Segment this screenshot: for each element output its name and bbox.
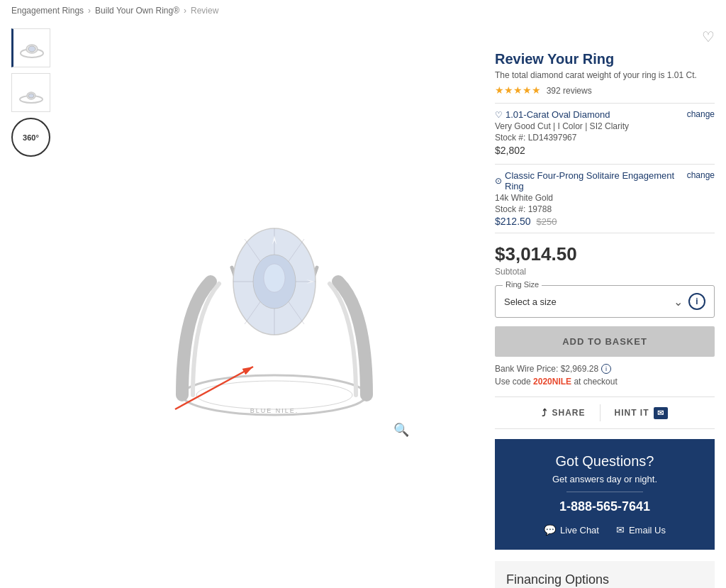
share-row: ⤴ SHARE HINT IT ✉ bbox=[495, 396, 715, 429]
zoom-icon: 🔍 bbox=[393, 423, 409, 437]
thumbnail-column: 360° bbox=[11, 21, 54, 588]
star-rating: ★★★★★ bbox=[495, 84, 541, 96]
live-chat-button[interactable]: 💬 Live Chat bbox=[544, 524, 599, 536]
hint-label: HINT IT bbox=[615, 408, 649, 418]
breadcrumb-build[interactable]: Build Your Own Ring® bbox=[95, 6, 179, 16]
promo-suffix: at checkout bbox=[574, 377, 617, 387]
share-divider bbox=[600, 404, 601, 421]
svg-point-7 bbox=[196, 381, 352, 409]
got-questions-divider bbox=[566, 492, 643, 492]
ring-size-legend: Ring Size bbox=[503, 280, 542, 289]
ring-style-link[interactable]: Classic Four-Prong Solitaire Engagement … bbox=[495, 170, 687, 192]
got-questions-phone[interactable]: 1-888-565-7641 bbox=[509, 499, 700, 514]
ring-size-info-button[interactable]: i bbox=[688, 293, 705, 310]
chat-label: Live Chat bbox=[560, 525, 599, 536]
diamond-change-link[interactable]: change bbox=[687, 109, 715, 119]
breadcrumb-engagement[interactable]: Engagement Rings bbox=[11, 6, 84, 16]
email-icon: ✉ bbox=[616, 524, 625, 536]
review-subtitle: The total diamond carat weight of your r… bbox=[495, 70, 715, 80]
promo-text: Use code 2020NILE at checkout bbox=[495, 377, 715, 387]
ring-size-select[interactable]: Select a size 4 4.5 5 5.5 6 6.5 7 7.5 8 bbox=[504, 296, 668, 307]
wishlist-icon[interactable]: ♡ bbox=[702, 28, 715, 45]
thumb-ring-1[interactable] bbox=[11, 28, 50, 67]
thumb-ring-2[interactable] bbox=[11, 73, 50, 112]
got-questions-actions: 💬 Live Chat ✉ Email Us bbox=[509, 524, 700, 536]
bank-wire-text: Bank Wire Price: $2,969.28 bbox=[495, 364, 598, 374]
promo-label: Use code bbox=[495, 377, 531, 387]
email-us-button[interactable]: ✉ Email Us bbox=[616, 524, 666, 536]
360-label: 360° bbox=[23, 133, 39, 142]
subtotal-amount: $3,014.50 bbox=[495, 243, 715, 265]
ring-sale-price: $212.50 bbox=[495, 216, 531, 227]
bank-wire-section: Bank Wire Price: $2,969.28 i bbox=[495, 364, 715, 374]
breadcrumb-review: Review bbox=[191, 6, 218, 16]
svg-point-5 bbox=[28, 94, 34, 98]
svg-point-2 bbox=[28, 46, 35, 52]
diamond-price: $2,802 bbox=[495, 145, 687, 156]
ring-image-area: BLUE NILE. 🔍 bbox=[68, 21, 481, 588]
right-panel: ♡ Review Your Ring The total diamond car… bbox=[495, 21, 715, 588]
subtotal-section: $3,014.50 Subtotal bbox=[495, 243, 715, 277]
divider-2 bbox=[495, 164, 715, 165]
share-button[interactable]: ⤴ SHARE bbox=[542, 407, 585, 418]
ring-stock: Stock #: 19788 bbox=[495, 204, 687, 214]
diamond-link[interactable]: 1.01-Carat Oval Diamond bbox=[495, 109, 687, 120]
reviews-count: 392 reviews bbox=[547, 86, 592, 96]
hint-button[interactable]: HINT IT ✉ bbox=[615, 407, 668, 419]
promo-code: 2020NILE bbox=[533, 377, 571, 387]
subtotal-label: Subtotal bbox=[495, 267, 715, 277]
ring-original-price: $250 bbox=[537, 216, 557, 227]
financing-title: Financing Options bbox=[506, 572, 703, 587]
svg-point-18 bbox=[264, 264, 285, 292]
ring-change-link[interactable]: change bbox=[687, 170, 715, 180]
diamond-stock: Stock #: LD14397967 bbox=[495, 133, 687, 143]
hint-icon: ✉ bbox=[654, 407, 668, 419]
breadcrumb-sep2: › bbox=[184, 6, 186, 16]
email-label: Email Us bbox=[629, 525, 666, 536]
divider-1 bbox=[495, 103, 715, 104]
breadcrumb: Engagement Rings › Build Your Own Ring® … bbox=[0, 0, 726, 21]
svg-text:BLUE NILE.: BLUE NILE. bbox=[250, 407, 299, 414]
ring-size-chevron: ⌄ bbox=[674, 295, 683, 309]
got-questions-title: Got Questions? bbox=[509, 453, 700, 470]
share-icon: ⤴ bbox=[542, 407, 547, 418]
ring-metal: 14k White Gold bbox=[495, 193, 687, 203]
thumb-360[interactable]: 360° bbox=[11, 118, 50, 157]
financing-section: Financing Options bbox=[495, 561, 715, 588]
ring-size-section: Ring Size Select a size 4 4.5 5 5.5 6 6.… bbox=[495, 285, 715, 318]
review-title: Review Your Ring bbox=[495, 51, 715, 67]
breadcrumb-sep1: › bbox=[88, 6, 91, 16]
bank-wire-info[interactable]: i bbox=[601, 364, 611, 374]
add-to-basket-button[interactable]: ADD TO BASKET bbox=[495, 326, 715, 357]
share-label: SHARE bbox=[552, 408, 585, 418]
divider-3 bbox=[495, 233, 715, 233]
got-questions-subtitle: Get answers day or night. bbox=[509, 474, 700, 484]
diamond-detail: Very Good Cut | I Color | SI2 Clarity bbox=[495, 121, 687, 131]
chat-icon: 💬 bbox=[544, 524, 556, 536]
zoom-button[interactable]: 🔍 bbox=[393, 422, 409, 438]
got-questions-box: Got Questions? Get answers day or night.… bbox=[495, 439, 715, 550]
